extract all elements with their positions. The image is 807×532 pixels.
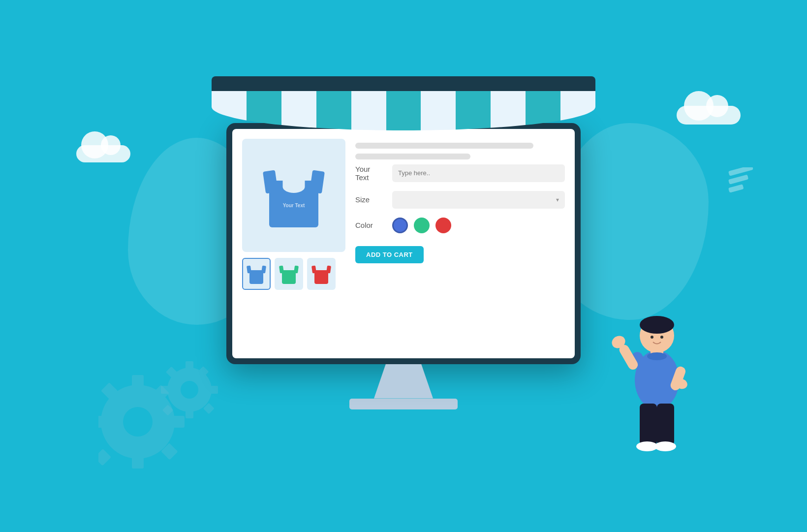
mini-tshirt-red [312, 263, 331, 284]
thumbnail-green[interactable] [275, 258, 303, 290]
stripe-7 [421, 91, 456, 130]
thumbnail-blue[interactable] [242, 258, 271, 290]
size-row: Size S M L XL ▾ [355, 191, 565, 209]
svg-rect-21 [728, 175, 748, 185]
awning-stripes [212, 91, 595, 130]
stripe-8 [456, 91, 491, 130]
mini-tshirt-green [279, 263, 298, 284]
color-option-blue[interactable] [392, 218, 408, 233]
screen-content: Your Text [232, 129, 575, 358]
svg-rect-4 [172, 416, 185, 428]
your-text-row: Your Text [355, 164, 565, 182]
svg-rect-14 [210, 386, 218, 394]
tshirt-collar [283, 181, 305, 193]
svg-rect-2 [132, 375, 144, 387]
monitor-wrapper: Your Text [226, 123, 581, 409]
svg-rect-32 [640, 404, 657, 445]
stripe-3 [281, 91, 316, 130]
skeleton-subtitle [355, 154, 470, 159]
mini-tshirt-blue [247, 263, 266, 284]
gear-decoration [98, 343, 226, 483]
svg-rect-22 [728, 184, 744, 192]
svg-point-39 [660, 336, 663, 339]
svg-point-1 [123, 407, 153, 437]
svg-point-38 [651, 336, 653, 339]
monitor-base [349, 399, 458, 409]
tshirt-text: Your Text [283, 203, 305, 208]
tshirt-illustration: Your Text [264, 163, 323, 227]
size-select-wrapper: S M L XL ▾ [392, 191, 565, 209]
monitor-stand [374, 364, 433, 399]
color-option-green[interactable] [414, 218, 430, 233]
stripe-10 [526, 91, 560, 130]
stripe-9 [491, 91, 526, 130]
add-to-cart-button[interactable]: ADD TO CART [355, 246, 424, 263]
stripe-2 [247, 91, 281, 130]
tshirt-body: Your Text [269, 181, 318, 227]
stripe-1 [212, 91, 247, 130]
svg-rect-20 [728, 167, 753, 176]
svg-point-25 [640, 316, 674, 334]
svg-rect-15 [161, 386, 169, 394]
monitor: Your Text [226, 123, 581, 364]
color-option-red[interactable] [435, 218, 451, 233]
color-options [392, 218, 451, 233]
product-area: Your Text [242, 139, 345, 348]
svg-rect-12 [186, 361, 193, 369]
stripe-4 [316, 91, 351, 130]
size-label: Size [355, 195, 385, 204]
svg-point-35 [654, 441, 676, 451]
skeleton-title [355, 143, 533, 149]
person-illustration [603, 272, 711, 461]
svg-point-37 [647, 352, 667, 360]
svg-point-11 [181, 381, 198, 399]
stripe-5 [351, 91, 386, 130]
svg-rect-5 [98, 416, 103, 428]
color-row: Color [355, 218, 565, 233]
svg-rect-13 [186, 410, 193, 418]
cloud-right [677, 106, 741, 125]
awning [212, 76, 595, 130]
cloud-left [76, 145, 130, 162]
stripe-6 [386, 91, 421, 130]
product-main-image: Your Text [242, 139, 345, 252]
stripe-11 [560, 91, 595, 130]
color-label: Color [355, 221, 385, 229]
product-details: Your Text Size S M L XL [355, 139, 565, 348]
your-text-input[interactable] [392, 164, 565, 182]
product-thumbnails [242, 258, 345, 290]
svg-rect-9 [98, 449, 111, 466]
svg-rect-3 [132, 456, 144, 469]
pencil-decoration [726, 167, 755, 196]
awning-top [212, 76, 595, 91]
size-select[interactable]: S M L XL [392, 191, 565, 209]
thumbnail-red[interactable] [307, 258, 336, 290]
monitor-screen: Your Text [232, 129, 575, 358]
your-text-label: Your Text [355, 165, 385, 182]
svg-rect-33 [657, 404, 674, 445]
